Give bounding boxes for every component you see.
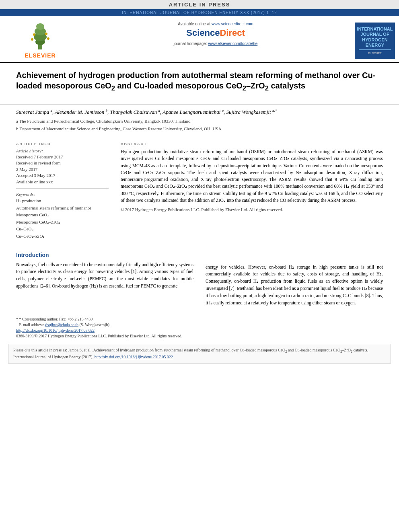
svg-point-7: [31, 38, 33, 41]
intro-two-col: Introduction Nowadays, fuel cells are co…: [16, 252, 383, 307]
article-info-column: ARTICLE INFO Article history: Received 7…: [16, 142, 109, 240]
journal-homepage: journal homepage: www.elsevier.com/locat…: [174, 41, 257, 46]
accepted-date: Accepted 3 May 2017: [16, 173, 109, 179]
citation-box-text: Please cite this article in press as: Ja…: [13, 347, 386, 360]
intro-heading: Introduction: [16, 252, 193, 258]
article-info-heading: ARTICLE INFO: [16, 142, 109, 146]
citation-doi-link[interactable]: http://dx.doi.org/10.1016/j.ijhydene.201…: [95, 355, 173, 359]
article-history: Article history: Received 7 February 201…: [16, 148, 109, 185]
affiliations: a The Petroleum and Petrochemical Colleg…: [16, 118, 383, 132]
svg-point-4: [36, 23, 44, 30]
keyword-asrm: Autothermal steam reforming of methanol: [16, 205, 109, 212]
header-area: ELSEVIER Available online at www.science…: [0, 16, 399, 63]
elsevier-label: ELSEVIER: [25, 52, 56, 59]
header-right: INTERNATIONALJOURNAL OFHYDROGENENERGY EL…: [351, 19, 399, 62]
email-line: E-mail address: dsujitra@chula.ac.th (S.…: [16, 322, 383, 328]
journal-title-bar: INTERNATIONAL JOURNAL OF HYDROGEN ENERGY…: [0, 9, 399, 16]
elsevier-tree-icon: [24, 23, 56, 51]
received-date: Received 7 February 2017: [16, 154, 109, 160]
keyword-meso-ceo2-zro2: Mesoporous CeO₂–ZrO₂: [16, 219, 109, 226]
keyword-cu-ceo2: Cu–CeO₂: [16, 226, 109, 233]
header-center: Available online at www.sciencedirect.co…: [80, 19, 351, 62]
abstract-heading: ABSTRACT: [121, 142, 383, 146]
corresponding-author: * * Corresponding author. Fax: +66 2 215…: [16, 316, 383, 322]
article-title-section: Achievement of hydrogen production from …: [0, 63, 399, 105]
footer-notes: * * Corresponding author. Fax: +66 2 215…: [0, 313, 399, 341]
divider: [16, 188, 109, 189]
introduction-section: Introduction Nowadays, fuel cells are co…: [0, 245, 399, 313]
intro-left-col: Introduction Nowadays, fuel cells are co…: [16, 252, 193, 307]
doi-link-footer: http://dx.doi.org/10.1016/j.ijhydene.201…: [16, 328, 383, 333]
sciencedirect-logo: ScienceDirect: [186, 28, 245, 38]
article-title: Achievement of hydrogen production from …: [16, 70, 383, 93]
affiliation-a: a The Petroleum and Petrochemical Colleg…: [16, 118, 383, 125]
journal-cover-title: INTERNATIONALJOURNAL OFHYDROGENENERGY: [357, 27, 393, 48]
article-info-abstract-section: ARTICLE INFO Article history: Received 7…: [0, 137, 399, 245]
intro-right-text: energy for vehicles. However, on-board H…: [206, 264, 383, 307]
email-link[interactable]: dsujitra@chula.ac.th: [45, 322, 78, 327]
authors-line: Sureerat Jampa a, Alexander M. Jamieson …: [16, 109, 383, 115]
history-label: Article history:: [16, 148, 109, 153]
svg-point-8: [47, 37, 49, 40]
elsevier-logo: ELSEVIER: [24, 23, 56, 59]
keywords-section: Keywords: H₂ production Autothermal stea…: [16, 192, 109, 240]
svg-rect-0: [38, 45, 42, 49]
svg-point-5: [33, 33, 35, 36]
article-in-press-banner: ARTICLE IN PRESS: [0, 0, 399, 9]
copyright-text: © 2017 Hydrogen Energy Publications LLC.…: [121, 207, 383, 212]
keyword-cu-ceo2-zro2: Cu–CeO₂–ZrO₂: [16, 233, 109, 240]
citation-box: Please cite this article in press as: Ja…: [8, 344, 391, 364]
journal-homepage-url[interactable]: www.elsevier.com/locate/he: [208, 41, 257, 46]
header-left: ELSEVIER: [0, 19, 80, 62]
doi-url-link[interactable]: http://dx.doi.org/10.1016/j.ijhydene.201…: [16, 328, 95, 333]
journal-cover: INTERNATIONALJOURNAL OFHYDROGENENERGY EL…: [355, 23, 395, 59]
svg-point-6: [45, 33, 47, 35]
intro-left-text: Nowadays, fuel cells are considered to b…: [16, 261, 193, 290]
sciencedirect-url[interactable]: www.sciencedirect.com: [212, 22, 253, 26]
available-online: Available online xxx: [16, 179, 109, 185]
abstract-column: ABSTRACT Hydrogen production by oxidativ…: [121, 142, 383, 240]
keywords-label: Keywords:: [16, 192, 109, 197]
issn-text: 0360-3199/© 2017 Hydrogen Energy Publica…: [16, 333, 383, 339]
abstract-text: Hydrogen production by oxidative steam r…: [121, 148, 383, 204]
available-online-text: Available online at www.sciencedirect.co…: [178, 22, 253, 26]
intro-right-col: energy for vehicles. However, on-board H…: [206, 252, 383, 307]
keyword-h2: H₂ production: [16, 197, 109, 205]
received-revised-label: Received in revised form: [16, 160, 109, 166]
keyword-meso-ceo2: Mesoporous CeO₂: [16, 212, 109, 219]
affiliation-b: b Department of Macromolecular Science a…: [16, 125, 383, 132]
revised-date: 2 May 2017: [16, 166, 109, 173]
authors-section: Sureerat Jampa a, Alexander M. Jamieson …: [0, 105, 399, 137]
